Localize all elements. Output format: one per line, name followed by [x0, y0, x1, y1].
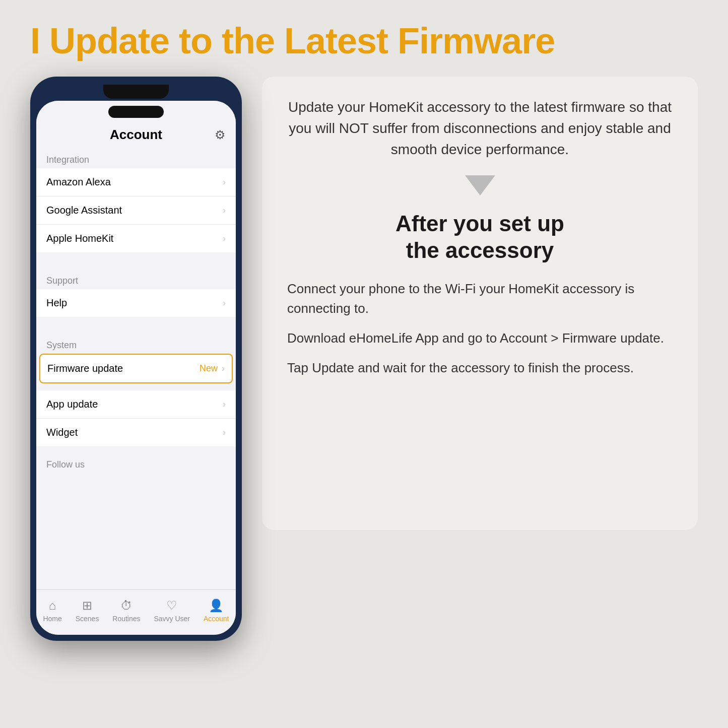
follow-us-section: Follow us [36, 455, 236, 472]
gear-icon[interactable]: ⚙ [215, 128, 226, 142]
firmware-group: Firmware update New › [36, 354, 236, 383]
firmware-chevron: › [222, 363, 225, 374]
nav-account-label: Account [204, 615, 229, 623]
nav-account[interactable]: 👤 Account [204, 599, 229, 623]
firmware-update-label: Firmware update [47, 363, 123, 374]
app-update-chevron: › [223, 399, 226, 410]
nav-scenes-label: Scenes [76, 615, 99, 623]
system-menu-group: App update › Widget › [36, 390, 236, 446]
scenes-icon: ⊞ [82, 599, 92, 613]
phone-notch [103, 85, 169, 99]
nav-routines[interactable]: ⏱ Routines [112, 599, 140, 623]
widget-chevron: › [223, 427, 226, 438]
arrow-down [282, 175, 678, 195]
page-main-title: I Update to the Latest Firmware [0, 0, 728, 77]
apple-homekit-chevron: › [223, 233, 226, 244]
google-assistant-item[interactable]: Google Assistant › [36, 196, 236, 225]
spacer-1 [36, 261, 236, 269]
firmware-update-item[interactable]: Firmware update New › [39, 354, 233, 383]
integration-section-label: Integration [36, 148, 236, 168]
nav-home[interactable]: ⌂ Home [43, 599, 61, 623]
app-update-item[interactable]: App update › [36, 390, 236, 419]
apple-homekit-label: Apple HomeKit [46, 233, 113, 244]
support-menu-group: Help › [36, 289, 236, 317]
firmware-right: New › [200, 363, 225, 374]
screen-notch-pill [108, 106, 164, 118]
widget-label: Widget [46, 427, 78, 438]
routines-icon: ⏱ [120, 599, 133, 613]
screen-notch-bar [36, 101, 236, 123]
help-item[interactable]: Help › [36, 289, 236, 317]
apple-homekit-item[interactable]: Apple HomeKit › [36, 225, 236, 252]
help-label: Help [46, 297, 67, 309]
screen-header: Account ⚙ [36, 123, 236, 148]
down-arrow-triangle [465, 175, 495, 195]
steps-list: Connect your phone to the Wi-Fi your Hom… [282, 279, 678, 378]
savvy-user-icon: ♡ [166, 599, 177, 613]
support-section-label: Support [36, 269, 236, 289]
info-card: Update your HomeKit accessory to the lat… [262, 77, 698, 530]
help-chevron: › [223, 298, 226, 308]
app-update-label: App update [46, 399, 98, 410]
google-assistant-label: Google Assistant [46, 205, 122, 216]
nav-routines-label: Routines [112, 615, 140, 623]
new-badge: New [200, 363, 218, 374]
widget-item[interactable]: Widget › [36, 419, 236, 446]
bottom-nav: ⌂ Home ⊞ Scenes ⏱ Routines ♡ Savvy User [36, 589, 236, 635]
phone-body: Account ⚙ Integration Amazon Alexa › Goo… [30, 77, 242, 641]
phone-notch-area [36, 83, 236, 101]
after-title-line2: the accessory [406, 238, 554, 262]
phone-screen: Account ⚙ Integration Amazon Alexa › Goo… [36, 101, 236, 635]
step-2-text: Download eHomeLife App and go to Account… [287, 330, 664, 346]
follow-us-label: Follow us [46, 459, 85, 470]
spacer-2 [36, 326, 236, 333]
after-title-line1: After you set up [395, 211, 564, 236]
screen-content: Integration Amazon Alexa › Google Assist… [36, 148, 236, 589]
step-3-text: Tap Update and wait for the accessory to… [287, 360, 634, 375]
step-3: Tap Update and wait for the accessory to… [282, 358, 678, 378]
after-title: After you set up the accessory [282, 211, 678, 264]
nav-scenes[interactable]: ⊞ Scenes [76, 599, 99, 623]
home-icon: ⌂ [49, 599, 56, 613]
nav-savvy-user[interactable]: ♡ Savvy User [154, 599, 190, 623]
system-section-label: System [36, 333, 236, 354]
google-assistant-chevron: › [223, 205, 226, 216]
screen-title: Account [110, 127, 162, 143]
content-area: Account ⚙ Integration Amazon Alexa › Goo… [0, 77, 728, 641]
account-icon: 👤 [209, 599, 224, 613]
amazon-alexa-item[interactable]: Amazon Alexa › [36, 168, 236, 196]
step-1-text: Connect your phone to the Wi-Fi your Hom… [287, 281, 634, 316]
phone-mockup: Account ⚙ Integration Amazon Alexa › Goo… [30, 77, 242, 641]
amazon-alexa-chevron: › [223, 177, 226, 187]
info-description: Update your HomeKit accessory to the lat… [282, 97, 678, 160]
step-2: Download eHomeLife App and go to Account… [282, 328, 678, 348]
amazon-alexa-label: Amazon Alexa [46, 176, 111, 188]
step-1: Connect your phone to the Wi-Fi your Hom… [282, 279, 678, 318]
nav-home-label: Home [43, 615, 61, 623]
integration-menu-group: Amazon Alexa › Google Assistant › Apple … [36, 168, 236, 252]
nav-savvy-label: Savvy User [154, 615, 190, 623]
